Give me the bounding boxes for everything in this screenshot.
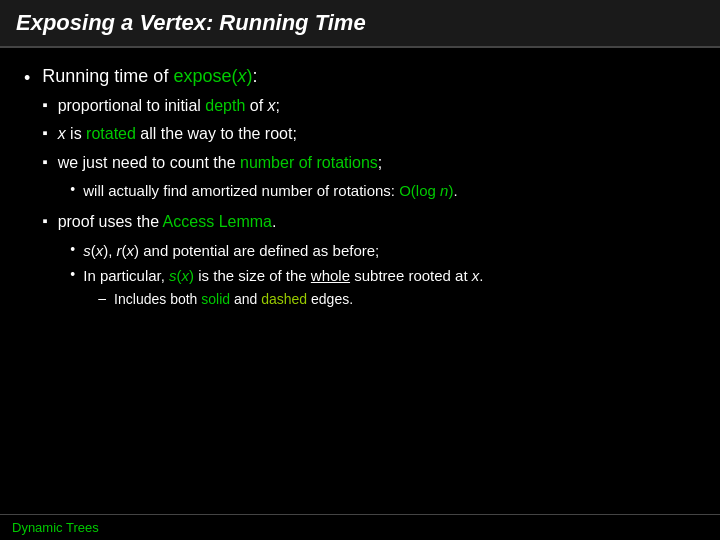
dashed-highlight: dashed — [261, 291, 307, 307]
main-bullet: • Running time of expose(x): ▪ proportio… — [24, 66, 696, 309]
main-bullet-dot: • — [24, 68, 30, 89]
title-bar: Exposing a Vertex: Running Time — [0, 0, 720, 48]
sub-sub-bullet-marker-1: • — [70, 181, 75, 197]
proof-sub-text-1: s(x), r(x) and potential are defined as … — [83, 240, 379, 261]
footer-bar: Dynamic Trees — [0, 514, 720, 540]
main-bullet-content: Running time of expose(x): ▪ proportiona… — [42, 66, 696, 309]
proof-sub-list: • s(x), r(x) and potential are defined a… — [70, 240, 696, 286]
sub-bullet-1: ▪ proportional to initial depth of x; — [42, 95, 696, 117]
sx-highlight: s(x) — [169, 267, 194, 284]
includes-block: – Includes both solid and dashed edges. — [98, 290, 696, 310]
sub-bullet-marker-1: ▪ — [42, 96, 47, 113]
access-lemma-highlight: Access Lemma — [163, 213, 272, 230]
sub-sub-bullets-list: • will actually find amortized number of… — [70, 180, 696, 201]
whole-highlight: whole — [311, 267, 350, 284]
rotated-highlight: rotated — [86, 125, 136, 142]
content-area: • Running time of expose(x): ▪ proportio… — [0, 48, 720, 540]
sub-bullet-marker-3: ▪ — [42, 153, 47, 170]
sub-bullet-3: ▪ we just need to count the number of ro… — [42, 152, 696, 174]
num-rotations-highlight: number of rotations — [240, 154, 378, 171]
sub-bullet-marker-2: ▪ — [42, 124, 47, 141]
proof-bullet: ▪ proof uses the Access Lemma. — [42, 211, 696, 233]
proof-sub-2: • In particular, s(x) is the size of the… — [70, 265, 696, 286]
main-bullet-text: Running time of expose(x): — [42, 66, 696, 87]
dash-icon: – — [98, 290, 106, 306]
proof-bullet-marker: ▪ — [42, 212, 47, 229]
depth-highlight: depth — [205, 97, 245, 114]
expose-highlight: expose(x) — [173, 66, 252, 86]
proof-bullet-list: ▪ proof uses the Access Lemma. — [42, 211, 696, 233]
sub-bullet-2: ▪ x is rotated all the way to the root; — [42, 123, 696, 145]
olog-highlight: O(log n) — [399, 182, 453, 199]
proof-sub-1: • s(x), r(x) and potential are defined a… — [70, 240, 696, 261]
sub-bullet-text-2: x is rotated all the way to the root; — [58, 123, 297, 145]
proof-sub-marker-2: • — [70, 266, 75, 282]
sub-bullet-text-3: we just need to count the number of rota… — [58, 152, 383, 174]
proof-sub-text-2: In particular, s(x) is the size of the w… — [83, 265, 483, 286]
dash-text: Includes both solid and dashed edges. — [114, 290, 353, 310]
dash-line: – Includes both solid and dashed edges. — [98, 290, 696, 310]
proof-bullet-text: proof uses the Access Lemma. — [58, 211, 277, 233]
sub-bullets-list: ▪ proportional to initial depth of x; ▪ … — [42, 95, 696, 174]
footer-label: Dynamic Trees — [12, 520, 99, 535]
sub-sub-bullet-1: • will actually find amortized number of… — [70, 180, 696, 201]
proof-sub-marker-1: • — [70, 241, 75, 257]
sub-bullet-text-1: proportional to initial depth of x; — [58, 95, 280, 117]
slide-container: Exposing a Vertex: Running Time • Runnin… — [0, 0, 720, 540]
slide-title: Exposing a Vertex: Running Time — [16, 10, 366, 35]
sub-sub-bullet-text-1: will actually find amortized number of r… — [83, 180, 457, 201]
solid-highlight: solid — [201, 291, 230, 307]
